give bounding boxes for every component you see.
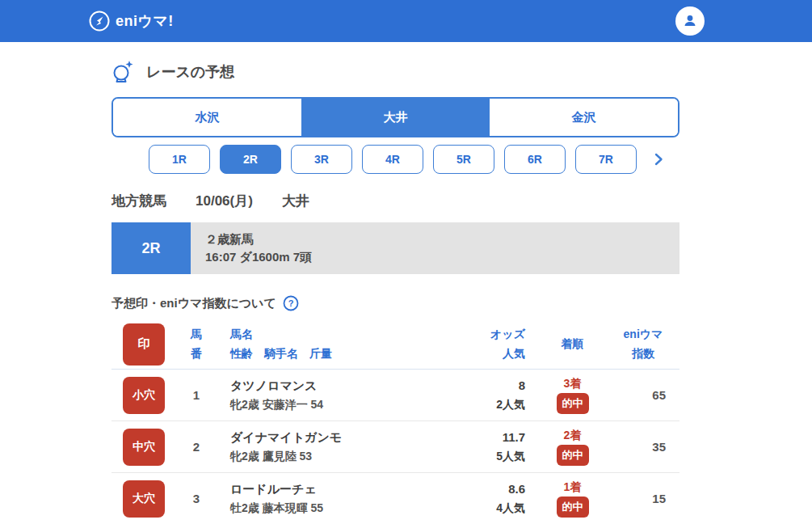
round-button-4r[interactable]: 4R xyxy=(362,145,423,174)
table-row[interactable]: 中穴 2 ダイナマイトガンモ 牝2歳 鷹見陸 53 11.7 5人気 2着 的中… xyxy=(111,421,679,473)
horse-name: ロードルーチェ xyxy=(230,480,461,499)
venue-tab-bar: 水沢 大井 金沢 xyxy=(111,97,679,137)
rank-cell: 2着 的中 xyxy=(538,428,607,467)
popularity-value: 5人気 xyxy=(461,447,525,467)
mark-cell: 大穴 xyxy=(111,480,176,518)
header-index-cell: eniウマ 指数 xyxy=(607,325,679,364)
horse-number: 3 xyxy=(193,492,200,505)
name-cell: タツノロマンス 牝2歳 安藤洋一 54 xyxy=(217,376,461,413)
round-button-2r[interactable]: 2R xyxy=(220,145,281,174)
svg-text:?: ? xyxy=(288,298,293,308)
finish-rank: 2着 xyxy=(538,428,607,444)
horse-number: 2 xyxy=(193,440,200,454)
horse-name: ダイナマイトガンモ xyxy=(230,428,461,447)
eniuma-index-value: 15 xyxy=(652,492,666,505)
person-icon xyxy=(681,12,699,30)
header-odds-line2: 人気 xyxy=(461,344,525,364)
index-cell: 35 xyxy=(607,440,679,454)
race-round-badge: 2R xyxy=(111,222,191,274)
number-cell: 3 xyxy=(176,492,217,506)
odds-value: 8.6 xyxy=(461,479,525,500)
mark-cell: 小穴 xyxy=(111,377,176,414)
round-button-1r[interactable]: 1R xyxy=(149,145,210,174)
header-odds-line1: オッズ xyxy=(461,325,525,344)
page-title-row: レースの予想 xyxy=(111,59,679,85)
round-button-3r[interactable]: 3R xyxy=(291,145,352,174)
logo-text: eniウマ! xyxy=(116,11,174,31)
rank-cell: 3着 的中 xyxy=(538,376,607,415)
rounds-next-button[interactable] xyxy=(653,153,664,166)
header-rank-cell: 着順 xyxy=(538,335,607,354)
race-info-banner: 2R ２歳新馬 16:07 ダ1600m 7頭 xyxy=(111,222,679,274)
number-cell: 1 xyxy=(176,388,217,403)
header-odds-cell: オッズ 人気 xyxy=(461,325,538,364)
crystal-ball-icon xyxy=(111,60,134,84)
prediction-table: 印 馬 番 馬名 性齢 騎手名 斤量 オッズ 人気 着順 eniウマ 指数 xyxy=(111,319,679,524)
mark-badge: 小穴 xyxy=(123,377,165,414)
table-header-row: 印 馬 番 馬名 性齢 騎手名 斤量 オッズ 人気 着順 eniウマ 指数 xyxy=(111,319,679,370)
name-cell: ダイナマイトガンモ 牝2歳 鷹見陸 53 xyxy=(217,428,461,465)
table-row[interactable]: 大穴 3 ロードルーチェ 牡2歳 藤本現暉 55 8.6 4人気 1着 的中 1… xyxy=(111,473,679,524)
odds-value: 11.7 xyxy=(461,427,525,448)
mark-badge: 中穴 xyxy=(123,429,165,466)
eniuma-index-value: 35 xyxy=(652,440,666,454)
about-label: 予想印・eniウマ指数について xyxy=(111,296,276,311)
odds-value: 8 xyxy=(461,375,525,396)
app-header: eniウマ! xyxy=(0,0,812,42)
index-cell: 15 xyxy=(607,492,679,506)
header-number-cell: 馬 番 xyxy=(176,325,217,364)
account-avatar-button[interactable] xyxy=(675,6,705,36)
horse-logo-icon xyxy=(89,11,110,32)
index-cell: 65 xyxy=(607,388,679,403)
odds-cell: 8 2人気 xyxy=(461,375,538,415)
header-rank-label: 着順 xyxy=(538,335,607,354)
finish-rank: 1着 xyxy=(538,480,607,496)
race-banner-body: ２歳新馬 16:07 ダ1600m 7頭 xyxy=(191,222,679,274)
round-button-6r[interactable]: 6R xyxy=(504,145,566,174)
odds-cell: 11.7 5人気 xyxy=(461,427,538,467)
header-number-line2: 番 xyxy=(176,344,217,364)
horse-name: タツノロマンス xyxy=(230,376,461,395)
chevron-right-icon xyxy=(653,153,664,166)
venue-tab-oi[interactable]: 大井 xyxy=(301,99,490,136)
finish-rank: 3着 xyxy=(538,376,607,392)
eniuma-logo[interactable]: eniウマ! xyxy=(89,11,174,32)
eniuma-index-value: 65 xyxy=(652,388,666,402)
horse-profile: 牡2歳 藤本現暉 55 xyxy=(230,499,461,517)
popularity-value: 4人気 xyxy=(461,499,525,518)
round-selector: 1R 2R 3R 4R 5R 6R 7R xyxy=(149,144,679,174)
header-name-line1: 馬名 xyxy=(230,325,461,344)
mark-cell: 中穴 xyxy=(111,429,176,466)
odds-cell: 8.6 4人気 xyxy=(461,479,538,518)
race-detail: 16:07 ダ1600m 7頭 xyxy=(205,250,679,265)
race-category: 地方競馬 xyxy=(111,192,166,210)
venue-tab-mizusawa[interactable]: 水沢 xyxy=(113,99,301,136)
horse-profile: 牝2歳 鷹見陸 53 xyxy=(230,447,461,465)
race-date: 10/06(月) xyxy=(196,192,253,210)
round-button-7r[interactable]: 7R xyxy=(575,145,637,174)
race-meta-line: 地方競馬 10/06(月) 大井 xyxy=(111,192,679,210)
round-button-5r[interactable]: 5R xyxy=(433,145,494,174)
popularity-value: 2人気 xyxy=(461,395,525,415)
horse-profile: 牝2歳 安藤洋一 54 xyxy=(230,395,461,413)
main-content: レースの予想 水沢 大井 金沢 1R 2R 3R 4R 5R 6R 7R 地方競… xyxy=(111,59,679,524)
help-icon[interactable]: ? xyxy=(283,295,299,311)
rank-cell: 1着 的中 xyxy=(538,480,607,518)
race-venue: 大井 xyxy=(282,192,309,210)
header-name-cell: 馬名 性齢 騎手名 斤量 xyxy=(217,325,461,364)
header-number-line1: 馬 xyxy=(176,325,217,344)
table-row[interactable]: 小穴 1 タツノロマンス 牝2歳 安藤洋一 54 8 2人気 3着 的中 65 xyxy=(111,370,679,421)
about-row: 予想印・eniウマ指数について ? xyxy=(111,295,679,311)
hit-badge: 的中 xyxy=(557,497,589,518)
race-name: ２歳新馬 xyxy=(205,232,679,247)
header-index-line1: eniウマ xyxy=(607,325,679,344)
header-name-line2: 性齢 騎手名 斤量 xyxy=(230,344,461,364)
header-index-line2: 指数 xyxy=(607,344,679,364)
hit-badge: 的中 xyxy=(557,393,589,414)
name-cell: ロードルーチェ 牡2歳 藤本現暉 55 xyxy=(217,480,461,517)
mark-badge: 大穴 xyxy=(123,480,165,518)
venue-tab-kanazawa[interactable]: 金沢 xyxy=(490,99,678,136)
number-cell: 2 xyxy=(176,440,217,454)
mark-header-badge: 印 xyxy=(123,323,165,366)
horse-number: 1 xyxy=(193,388,200,402)
